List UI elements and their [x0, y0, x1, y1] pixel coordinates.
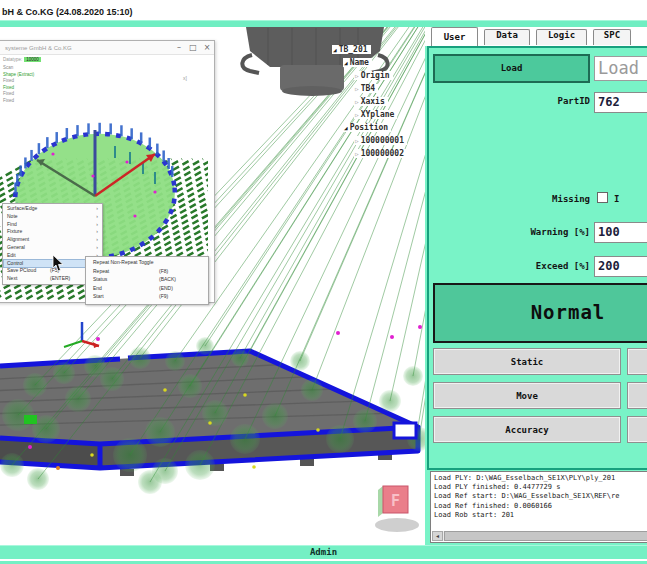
tab-strip: User Data Logic SPC — [425, 27, 647, 46]
exceed-label: Exceed [%] — [425, 261, 590, 271]
expanded-icon[interactable]: ◢ — [344, 59, 348, 66]
datatype-value: 10000 — [24, 57, 41, 62]
scrollbar-thumb[interactable] — [444, 531, 647, 541]
expanded-icon[interactable]: ◢ — [344, 124, 348, 131]
partid-field[interactable]: 762 — [594, 92, 647, 113]
collapsed-icon[interactable]: ▷ — [355, 111, 359, 118]
submenu-arrow-icon: › — [96, 236, 98, 242]
view-cube-letter: F — [391, 492, 400, 510]
submenu-item[interactable]: Start(F9) — [87, 293, 207, 302]
submenu-arrow-icon: › — [96, 205, 98, 211]
scan-info-block: Datatype:10000 ScanShape (Extract)FixedF… — [3, 57, 41, 104]
log-line: Load Rob start: 201 — [431, 511, 647, 520]
viewport-3d[interactable]: F ◢TB_201◢Name▷Origin▷TB4▷Xaxis▷XYplane◢… — [0, 27, 425, 545]
missing-option-label: I — [614, 194, 619, 204]
pointcloud-window-titlebar[interactable]: systeme GmbH & Co.KG – □ × — [0, 41, 214, 55]
collapsed-icon[interactable]: ▷ — [355, 98, 359, 105]
menu-item[interactable]: General› — [4, 244, 101, 252]
tab-user[interactable]: User — [431, 27, 478, 46]
status-bar: Admin — [0, 545, 647, 559]
tab-logic[interactable]: Logic — [536, 29, 587, 45]
submenu-arrow-icon: › — [96, 228, 98, 234]
datatype-label: Datatype: — [3, 57, 22, 62]
menu-item[interactable]: Surface/Edge› — [4, 205, 101, 213]
static-button[interactable]: Static — [433, 348, 621, 375]
tree-item[interactable]: ▷TB4 — [332, 79, 407, 92]
mouse-cursor-icon — [52, 255, 66, 273]
expanded-icon[interactable]: ◢ — [333, 46, 337, 53]
log-output[interactable]: Load PLY: D:\WAG_Esselbach_SE1X\PLY\ply_… — [430, 471, 647, 543]
accent-band — [0, 20, 647, 27]
collapsed-icon[interactable]: ▷ — [355, 85, 359, 92]
tab-data[interactable]: Data — [484, 29, 530, 45]
datatype-line: Datatype:10000 — [3, 57, 41, 62]
missing-checkbox[interactable] — [597, 192, 608, 203]
submenu-item[interactable]: Repeat(F8) — [87, 268, 207, 277]
warning-label: Warning [%] — [425, 227, 590, 237]
window-titlebar: bH & Co.KG (24.08.2020 15:10) — [0, 0, 647, 16]
submenu-item[interactable]: Status(BACK) — [87, 276, 207, 285]
scan-step-line: Fixed — [3, 98, 41, 105]
maximize-icon[interactable]: □ — [186, 43, 200, 52]
warning-field[interactable]: 100 — [594, 222, 647, 243]
move-button[interactable]: Move — [433, 382, 621, 409]
tree-item[interactable]: ◢Name — [332, 53, 407, 66]
submenu-item[interactable]: End(END) — [87, 285, 207, 294]
scroll-left-icon[interactable]: ◂ — [432, 531, 443, 541]
close-icon[interactable]: × — [200, 43, 214, 52]
collapsed-icon[interactable]: ▷ — [355, 150, 359, 157]
feature-tree: ◢TB_201◢Name▷Origin▷TB4▷Xaxis▷XYplane◢Po… — [332, 40, 407, 157]
window-title: bH & Co.KG (24.08.2020 15:10) — [0, 5, 133, 19]
menu-item[interactable]: Note› — [4, 213, 101, 221]
log-lines: Load PLY: D:\WAG_Esselbach_SE1X\PLY\ply_… — [431, 472, 647, 520]
action-button-cutoff-1[interactable] — [627, 348, 647, 375]
submenu-item[interactable]: Repeat Non-Repeat Toggle — [87, 259, 207, 268]
log-line: Load Ref start: D:\WAG_Esselbach_SE1X\RE… — [431, 492, 647, 501]
tree-item[interactable]: ▷Xaxis — [332, 92, 407, 105]
control-panel: User Data Logic SPC Load Load PartID 762… — [425, 27, 647, 545]
pointcloud-window-title: systeme GmbH & Co.KG — [0, 45, 172, 51]
submenu-arrow-icon: › — [96, 244, 98, 250]
tree-item[interactable]: ▷XYplane — [332, 105, 407, 118]
submenu-arrow-icon: › — [96, 213, 98, 219]
tree-item[interactable]: ▷100000001 — [332, 131, 407, 144]
tree-item[interactable]: ▷100000002 — [332, 144, 407, 157]
tree-item[interactable]: ◢TB_201 — [332, 40, 407, 53]
tree-item[interactable]: ◢Position — [332, 118, 407, 131]
log-line: Load PLY finished: 0.4477729 s — [431, 483, 647, 492]
log-horizontal-scrollbar[interactable]: ◂ — [432, 531, 647, 541]
partid-label: PartID — [425, 96, 590, 106]
action-button-cutoff-3[interactable] — [627, 416, 647, 443]
collapsed-icon[interactable]: ▷ — [355, 72, 359, 79]
menu-item[interactable]: Fixture› — [4, 228, 101, 236]
load-button[interactable]: Load — [433, 54, 590, 83]
tree-item[interactable]: ▷Origin — [332, 66, 407, 79]
accuracy-button[interactable]: Accuracy — [433, 416, 621, 443]
menu-item[interactable]: Find› — [4, 221, 101, 229]
log-line: Load PLY: D:\WAG_Esselbach_SE1X\PLY\ply_… — [431, 474, 647, 483]
collapsed-icon[interactable]: ▷ — [355, 137, 359, 144]
tree-item-label: 100000002 — [361, 149, 404, 158]
tab-spc[interactable]: SPC — [593, 29, 631, 45]
normal-status-button[interactable]: Normal — [433, 283, 647, 343]
minimize-icon[interactable]: – — [172, 43, 186, 52]
axis-hint-label: x] — [183, 75, 187, 81]
context-submenu: Repeat Non-Repeat ToggleRepeat(F8)Status… — [85, 256, 209, 305]
submenu-arrow-icon: › — [96, 221, 98, 227]
action-button-cutoff-2[interactable] — [627, 382, 647, 409]
scan-step-list: ScanShape (Extract)FixedFixedFixedFixed — [3, 65, 41, 104]
log-line: Load Ref finished: 0.0060166 — [431, 502, 647, 511]
missing-label: Missing — [425, 194, 590, 204]
load-state-display: Load — [594, 56, 647, 81]
menu-item[interactable]: Alignment› — [4, 236, 101, 244]
status-user: Admin — [310, 547, 337, 557]
exceed-field[interactable]: 200 — [594, 256, 647, 277]
